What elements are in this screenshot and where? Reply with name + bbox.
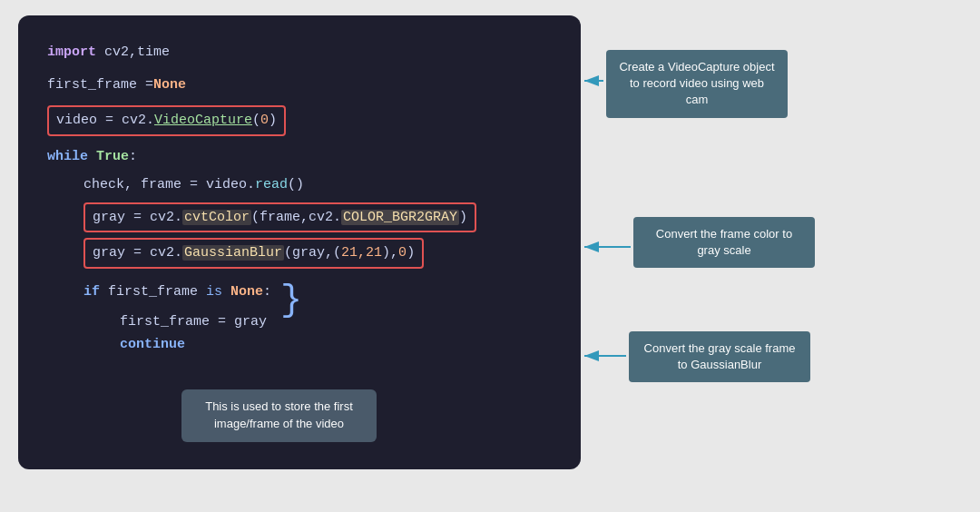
- gaussian-zero: 0: [398, 245, 407, 261]
- line-first-frame: first_frame = None: [47, 74, 552, 97]
- code-panel: import cv2,time first_frame = None video…: [18, 15, 581, 469]
- color-const: COLOR_BGR2GRAY: [341, 210, 459, 225]
- gaussian-nums: 21,21: [341, 245, 382, 261]
- if-space: first_frame: [100, 281, 206, 304]
- tooltip-box: This is used to store the first image/fr…: [181, 389, 377, 442]
- line-videocapture: video = cv2.VideoCapture(0): [47, 105, 552, 136]
- annotation-3-text: Convert the gray scale frame to Gaussian…: [644, 341, 796, 371]
- gaussian-highlight: gray = cv2.GaussianBlur(gray,(21,21),0): [83, 238, 424, 269]
- gaussian-comma: ),: [382, 245, 398, 261]
- vc-arg: 0: [260, 113, 269, 128]
- line-import: import cv2,time: [47, 41, 552, 64]
- video-assign: video = cv2.: [56, 113, 154, 128]
- annotation-2-text: Convert the frame color to gray scale: [656, 227, 792, 257]
- keyword-continue: continue: [120, 333, 185, 357]
- keyword-is: is: [206, 281, 222, 304]
- while-colon: :: [129, 145, 137, 169]
- videocapture-fn: VideoCapture: [154, 113, 252, 128]
- cvtcolor-fn: cvtColor: [182, 210, 251, 225]
- keyword-while: while: [47, 145, 88, 169]
- annotation-2: Convert the frame color to gray scale: [633, 217, 815, 268]
- read-paren: (): [288, 173, 304, 197]
- if-colon: :: [263, 281, 271, 304]
- keyword-if: if: [83, 281, 100, 304]
- vc-paren: (: [252, 113, 260, 128]
- read-method: read: [255, 173, 288, 197]
- annotations-panel: Create a VideoCapture object to record v…: [581, 15, 962, 469]
- annotation-1-text: Create a VideoCapture object to record v…: [619, 60, 774, 106]
- brace-icon: }: [280, 283, 302, 320]
- gaussian-close: ): [407, 245, 415, 261]
- assign-gray-code: first_frame = gray: [120, 310, 267, 334]
- keyword-import: import: [47, 41, 96, 64]
- line-while: while True :: [47, 145, 552, 169]
- line-cvtcolor: gray = cv2.cvtColor(frame,cv2.COLOR_BGR2…: [83, 202, 552, 233]
- line-if: if first_frame is None : }: [83, 274, 552, 310]
- cvtcolor-highlight: gray = cv2.cvtColor(frame,cv2.COLOR_BGR2…: [83, 202, 476, 233]
- main-container: import cv2,time first_frame = None video…: [18, 15, 962, 497]
- first-frame-var: first_frame =: [47, 74, 153, 97]
- gaussian-args: (gray,(: [284, 245, 341, 261]
- keyword-true: True: [96, 145, 129, 169]
- import-modules: cv2,time: [96, 41, 170, 64]
- gaussian-fn: GaussianBlur: [182, 245, 284, 261]
- while-space: [88, 145, 96, 169]
- keyword-none: None: [153, 74, 186, 97]
- line-assign-gray: first_frame = gray: [120, 310, 552, 334]
- gray-assign2: gray = cv2.: [93, 245, 182, 261]
- gray-assign1: gray = cv2.: [93, 210, 182, 225]
- videocapture-highlight: video = cv2.VideoCapture(0): [47, 105, 286, 136]
- vc-close: ): [269, 113, 277, 128]
- cvtcolor-frame: (frame,cv2.: [251, 210, 341, 225]
- read-code: check, frame = video.: [83, 173, 255, 197]
- cvtcolor-close: ): [459, 210, 467, 225]
- tooltip-text: This is used to store the first image/fr…: [205, 399, 353, 430]
- if-none: None: [230, 281, 263, 304]
- line-gaussianblur: gray = cv2.GaussianBlur(gray,(21,21),0): [83, 238, 552, 269]
- annotation-1: Create a VideoCapture object to record v…: [606, 50, 788, 118]
- annotation-3: Convert the gray scale frame to Gaussian…: [629, 331, 810, 382]
- if-space2: [222, 281, 230, 304]
- line-continue: continue: [120, 333, 552, 357]
- line-read: check, frame = video.read(): [83, 173, 552, 197]
